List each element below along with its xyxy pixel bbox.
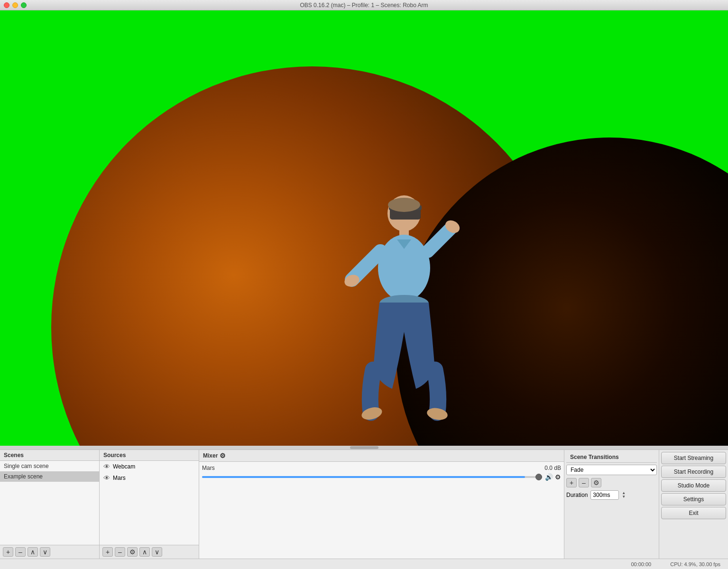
scenes-title: Scenes <box>4 452 24 459</box>
fader-fill <box>202 476 525 478</box>
scenes-panel: Scenes Single cam scene Example scene + … <box>0 450 100 559</box>
start-recording-button[interactable]: Start Recording <box>661 466 726 478</box>
mute-icon[interactable]: 🔊 <box>545 473 553 481</box>
transition-remove-button[interactable]: – <box>579 478 589 487</box>
transition-select[interactable]: Fade Cut Swipe Slide Stinger Fade to Col… <box>566 465 657 475</box>
preview-canvas <box>0 10 728 446</box>
duration-label: Duration <box>566 492 588 498</box>
sources-remove-button[interactable]: – <box>115 547 125 557</box>
sources-title: Sources <box>103 452 126 459</box>
fader-track[interactable] <box>202 476 542 478</box>
transitions-header: Scene Transitions <box>566 452 657 463</box>
scene-item-single-cam[interactable]: Single cam scene <box>0 461 99 471</box>
mixer-channel-db: 0.0 dB <box>544 465 561 471</box>
duration-row: Duration ▲ ▼ <box>566 490 657 500</box>
scenes-remove-button[interactable]: – <box>15 547 26 557</box>
exit-button[interactable]: Exit <box>661 507 726 519</box>
minimize-button[interactable] <box>12 2 18 8</box>
source-item-mars[interactable]: 👁 Mars <box>100 472 199 484</box>
transitions-title: Scene Transitions <box>570 454 619 460</box>
duration-input[interactable] <box>590 490 619 500</box>
mixer-channel-name: Mars <box>202 465 215 471</box>
time-display: 00:00:00 <box>631 561 651 567</box>
close-button[interactable] <box>4 2 9 8</box>
spinner-arrows: ▲ ▼ <box>622 491 626 499</box>
transition-add-button[interactable]: + <box>566 478 577 487</box>
settings-button[interactable]: Settings <box>661 493 726 505</box>
sources-up-button[interactable]: ∧ <box>139 547 150 557</box>
titlebar: OBS 0.16.2 (mac) – Profile: 1 – Scenes: … <box>0 0 728 10</box>
sources-footer: + – ⚙ ∧ ∨ <box>100 545 199 559</box>
bottom-panel: Scenes Single cam scene Example scene + … <box>0 450 728 559</box>
transition-select-row: Fade Cut Swipe Slide Stinger Fade to Col… <box>566 465 657 475</box>
mixer-header: Mixer ⚙ <box>199 450 564 462</box>
fader-thumb[interactable] <box>535 474 542 480</box>
window-title: OBS 0.16.2 (mac) – Profile: 1 – Scenes: … <box>300 2 428 9</box>
maximize-button[interactable] <box>21 2 27 8</box>
scroll-indicator <box>0 446 728 450</box>
person-figure <box>338 185 470 422</box>
mixer-channel-header: Mars 0.0 dB <box>202 465 561 471</box>
sources-panel: Sources 👁 Webcam 👁 Mars + – ⚙ ∧ ∨ <box>100 450 199 559</box>
mixer-title: Mixer <box>203 452 218 459</box>
status-bar: 00:00:00 CPU: 4.9%, 30.00 fps <box>0 559 728 569</box>
start-streaming-button[interactable]: Start Streaming <box>661 452 726 464</box>
sources-list: 👁 Webcam 👁 Mars <box>100 461 199 545</box>
mixer-channel-mars: Mars 0.0 dB 🔊 ⚙ <box>202 465 561 481</box>
transition-actions-row: + – ⚙ <box>566 478 657 487</box>
controls-panel: Start Streaming Start Recording Studio M… <box>659 450 728 559</box>
mixer-content: Mars 0.0 dB 🔊 ⚙ <box>199 462 564 559</box>
sources-down-button[interactable]: ∨ <box>152 547 162 557</box>
scenes-add-button[interactable]: + <box>3 547 13 557</box>
channel-settings-icon[interactable]: ⚙ <box>555 473 561 481</box>
mixer-icons: 🔊 ⚙ <box>545 473 561 481</box>
svg-point-3 <box>388 198 420 212</box>
source-item-webcam[interactable]: 👁 Webcam <box>100 461 199 472</box>
transition-settings-button[interactable]: ⚙ <box>591 478 601 487</box>
eye-icon-mars: 👁 <box>103 474 110 482</box>
scenes-header: Scenes <box>0 450 99 461</box>
fader-container: 🔊 ⚙ <box>202 473 561 481</box>
traffic-lights <box>4 2 27 8</box>
mixer-settings-icon[interactable]: ⚙ <box>220 452 226 459</box>
scroll-thumb <box>350 446 378 449</box>
scene-transitions-panel: Scene Transitions Fade Cut Swipe Slide S… <box>564 450 659 559</box>
panels-row: Scenes Single cam scene Example scene + … <box>0 450 728 559</box>
scenes-list: Single cam scene Example scene <box>0 461 99 545</box>
scene-item-example[interactable]: Example scene <box>0 471 99 482</box>
sources-add-button[interactable]: + <box>102 547 113 557</box>
scenes-up-button[interactable]: ∧ <box>28 547 38 557</box>
sources-header: Sources <box>100 450 199 461</box>
scenes-down-button[interactable]: ∨ <box>40 547 50 557</box>
cpu-display: CPU: 4.9%, 30.00 fps <box>670 561 720 567</box>
eye-icon-webcam: 👁 <box>103 463 110 470</box>
spinner-down[interactable]: ▼ <box>622 495 626 499</box>
mixer-panel: Mixer ⚙ Mars 0.0 dB 🔊 <box>199 450 564 559</box>
sources-settings-button[interactable]: ⚙ <box>127 547 138 557</box>
scenes-footer: + – ∧ ∨ <box>0 545 99 559</box>
studio-mode-button[interactable]: Studio Mode <box>661 479 726 492</box>
preview-area <box>0 10 728 446</box>
